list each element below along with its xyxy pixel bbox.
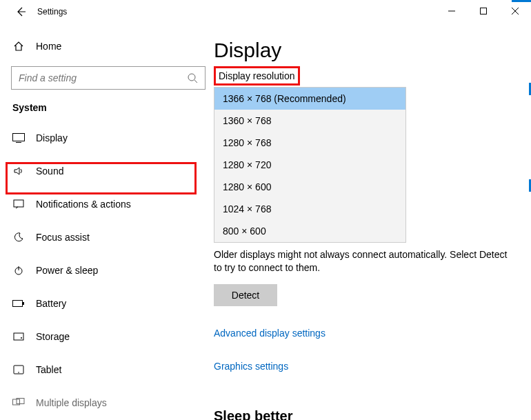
resolution-option[interactable]: 1024 × 768 bbox=[214, 198, 405, 220]
nav-item-notifications[interactable]: Notifications & actions bbox=[0, 188, 214, 221]
sidebar: Home System Display Sound Notifications … bbox=[0, 23, 214, 420]
multi-display-icon bbox=[12, 398, 25, 408]
resolution-option[interactable]: 800 × 600 bbox=[214, 220, 405, 242]
nav-label: Notifications & actions bbox=[36, 199, 131, 210]
nav-label: Sound bbox=[36, 166, 63, 177]
section-header: System bbox=[0, 102, 214, 121]
nav-item-display[interactable]: Display bbox=[0, 121, 214, 154]
nav-item-power[interactable]: Power & sleep bbox=[0, 254, 214, 287]
resolution-label: Display resolution bbox=[219, 70, 295, 81]
search-input[interactable] bbox=[19, 72, 177, 83]
nav-label: Focus assist bbox=[36, 232, 90, 243]
nav-label: Power & sleep bbox=[36, 265, 98, 276]
svg-point-4 bbox=[188, 74, 195, 81]
svg-line-5 bbox=[194, 80, 197, 83]
resolution-option[interactable]: 1360 × 768 bbox=[214, 110, 405, 132]
sleep-better-header: Sleep better bbox=[214, 408, 513, 420]
focus-icon bbox=[12, 232, 25, 243]
resolution-option[interactable]: 1280 × 600 bbox=[214, 176, 405, 198]
home-link[interactable]: Home bbox=[0, 33, 214, 59]
svg-point-16 bbox=[18, 372, 19, 373]
svg-rect-12 bbox=[23, 302, 24, 305]
home-icon bbox=[12, 41, 25, 52]
svg-point-14 bbox=[21, 337, 22, 339]
nav-label: Display bbox=[36, 132, 68, 143]
nav-label: Tablet bbox=[36, 364, 61, 375]
power-icon bbox=[12, 265, 25, 276]
search-icon bbox=[187, 72, 198, 83]
page-title: Display bbox=[214, 39, 513, 62]
maximize-icon bbox=[480, 8, 487, 14]
minimize-icon bbox=[448, 8, 455, 14]
resolution-dropdown[interactable]: 1366 × 768 (Recommended) 1360 × 768 1280… bbox=[214, 87, 406, 243]
resolution-option[interactable]: 1280 × 768 bbox=[214, 132, 405, 154]
tablet-icon bbox=[12, 365, 25, 374]
nav-item-multi-displays[interactable]: Multiple displays bbox=[0, 386, 214, 419]
close-button[interactable] bbox=[499, 0, 531, 22]
sound-icon bbox=[12, 166, 25, 177]
svg-rect-13 bbox=[14, 333, 23, 340]
detect-button[interactable]: Detect bbox=[214, 284, 277, 306]
svg-rect-1 bbox=[481, 8, 487, 14]
nav-item-tablet[interactable]: Tablet bbox=[0, 353, 214, 386]
resolution-option[interactable]: 1366 × 768 (Recommended) bbox=[214, 88, 405, 110]
notifications-icon bbox=[12, 199, 25, 210]
resolution-option[interactable]: 1280 × 720 bbox=[214, 154, 405, 176]
arrow-left-icon bbox=[15, 6, 26, 17]
window-title: Settings bbox=[37, 7, 67, 17]
advanced-display-link[interactable]: Advanced display settings bbox=[214, 328, 325, 339]
nav-label: Battery bbox=[36, 298, 66, 309]
minimize-button[interactable] bbox=[436, 0, 468, 22]
svg-rect-6 bbox=[13, 134, 25, 141]
close-icon bbox=[512, 8, 519, 14]
highlight-box-resolution: Display resolution bbox=[214, 66, 300, 86]
nav-item-storage[interactable]: Storage bbox=[0, 320, 214, 353]
home-label: Home bbox=[36, 41, 61, 52]
older-displays-text: Older displays might not always connect … bbox=[214, 248, 513, 274]
nav-label: Multiple displays bbox=[36, 397, 107, 408]
nav-label: Storage bbox=[36, 331, 70, 342]
battery-icon bbox=[12, 299, 25, 308]
maximize-button[interactable] bbox=[468, 0, 499, 22]
graphics-settings-link[interactable]: Graphics settings bbox=[214, 361, 288, 372]
nav-item-focus-assist[interactable]: Focus assist bbox=[0, 221, 214, 254]
main-content: Display Display resolution 1366 × 768 (R… bbox=[214, 23, 531, 420]
nav-item-sound[interactable]: Sound bbox=[0, 154, 214, 188]
display-icon bbox=[12, 133, 25, 143]
back-button[interactable] bbox=[11, 2, 30, 21]
nav-item-battery[interactable]: Battery bbox=[0, 287, 214, 320]
svg-rect-8 bbox=[14, 200, 23, 207]
search-box[interactable] bbox=[11, 66, 206, 90]
titlebar: Settings bbox=[0, 0, 531, 23]
svg-rect-11 bbox=[13, 301, 23, 307]
storage-icon bbox=[12, 331, 25, 342]
